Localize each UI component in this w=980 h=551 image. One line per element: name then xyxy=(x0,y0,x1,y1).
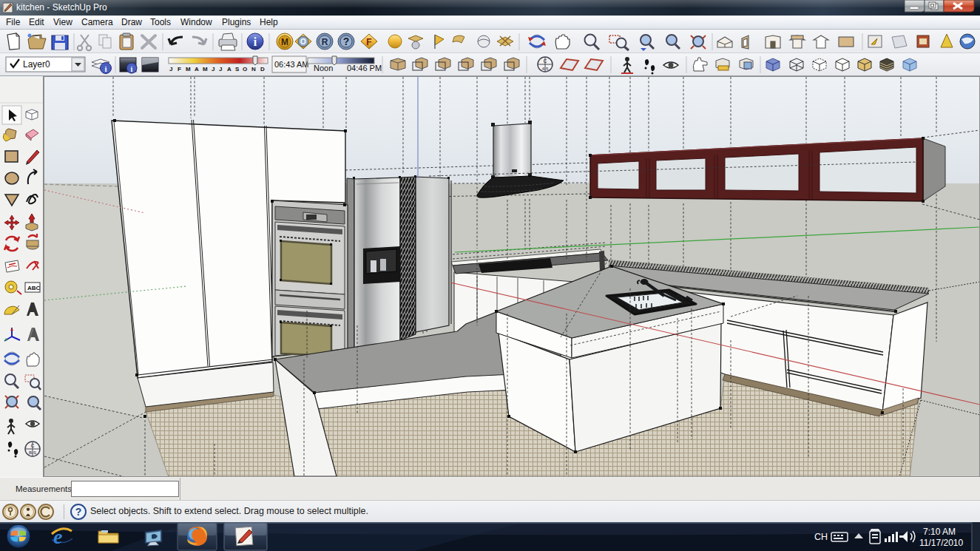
svg-text:M: M xyxy=(203,66,208,72)
svg-text:A: A xyxy=(227,66,232,72)
svg-text:CH: CH xyxy=(814,532,828,542)
svg-text:C: C xyxy=(31,443,35,448)
svg-text:11/17/2010: 11/17/2010 xyxy=(919,538,963,548)
svg-text:D: D xyxy=(260,66,265,72)
svg-text:i: i xyxy=(131,65,133,73)
svg-text:N: N xyxy=(251,66,256,72)
svg-text:?: ? xyxy=(343,36,350,47)
svg-text:7:10 AM: 7:10 AM xyxy=(923,527,956,537)
svg-text:S: S xyxy=(235,66,240,72)
svg-text:M: M xyxy=(281,37,288,47)
svg-text:O: O xyxy=(243,66,247,72)
svg-text:J: J xyxy=(169,66,172,72)
svg-text:?: ? xyxy=(75,506,82,518)
svg-text:J: J xyxy=(219,66,222,72)
svg-text:C: C xyxy=(543,58,547,64)
svg-text:Noon: Noon xyxy=(314,64,333,72)
svg-text:ABC: ABC xyxy=(27,285,41,291)
svg-text:B-S: B-S xyxy=(29,450,36,455)
svg-text:F: F xyxy=(178,66,181,72)
svg-text:Layer0: Layer0 xyxy=(23,59,50,70)
svg-text:R: R xyxy=(322,37,328,47)
svg-text:06:43 AM: 06:43 AM xyxy=(274,60,308,69)
svg-text:i: i xyxy=(254,36,257,48)
svg-text:F: F xyxy=(366,37,371,47)
svg-text:M: M xyxy=(186,66,191,72)
svg-text:4·5: 4·5 xyxy=(542,67,549,71)
svg-text:i: i xyxy=(104,64,107,73)
svg-text:J: J xyxy=(212,66,214,72)
svg-text:A: A xyxy=(195,66,199,72)
svg-text:O: O xyxy=(300,38,306,46)
svg-text:04:46 PM: 04:46 PM xyxy=(347,64,382,72)
